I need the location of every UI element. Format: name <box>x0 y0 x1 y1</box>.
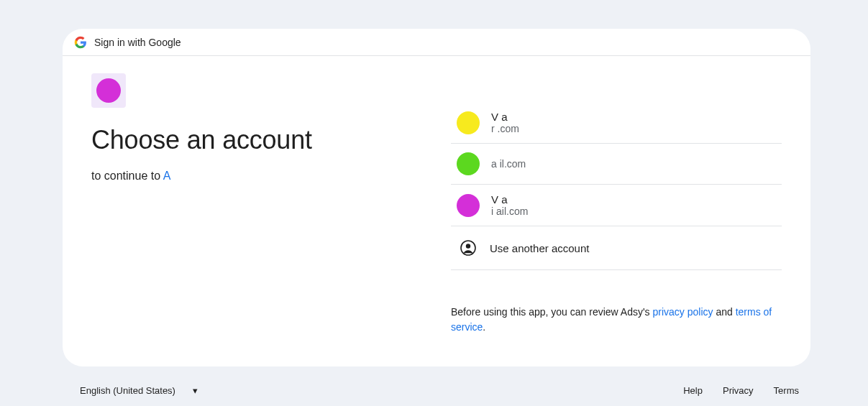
chevron-down-icon: ▾ <box>193 385 198 396</box>
privacy-link[interactable]: Privacy <box>723 385 754 396</box>
page-heading: Choose an account <box>91 125 422 155</box>
account-option-2[interactable]: V a i ail.com <box>451 185 782 226</box>
signin-card: Sign in with Google Choose an account to… <box>63 29 810 366</box>
google-logo-icon <box>74 36 87 49</box>
left-panel: Choose an account to continue to A <box>91 73 422 335</box>
app-logo <box>91 73 126 108</box>
footer-links: Help Privacy Terms <box>683 385 799 396</box>
account-list: V a r .com a il.com <box>451 102 782 270</box>
language-selector[interactable]: English (United States) ▾ <box>74 381 204 400</box>
account-name: V a <box>491 193 528 206</box>
account-email: i ail.com <box>491 206 528 217</box>
disclaimer-and: and <box>713 306 736 318</box>
right-panel: V a r .com a il.com <box>451 73 782 335</box>
account-info: a il.com <box>491 158 526 170</box>
account-info: V a r .com <box>491 111 519 134</box>
help-link[interactable]: Help <box>683 385 703 396</box>
header-title: Sign in with Google <box>94 37 181 48</box>
disclaimer-prefix: Before using this app, you can review Ad… <box>451 306 653 318</box>
disclaimer-suffix: . <box>483 321 485 333</box>
header-strip: Sign in with Google <box>63 29 810 56</box>
use-another-label: Use another account <box>490 242 589 254</box>
app-logo-icon <box>96 78 121 103</box>
language-label: English (United States) <box>80 385 175 396</box>
use-another-account[interactable]: Use another account <box>451 226 782 270</box>
account-option-1[interactable]: a il.com <box>451 144 782 185</box>
svg-point-1 <box>466 244 470 248</box>
account-email: a il.com <box>491 158 526 170</box>
footer: English (United States) ▾ Help Privacy T… <box>63 381 810 400</box>
account-info: V a i ail.com <box>491 193 528 217</box>
page-subtitle: to continue to A <box>91 170 422 183</box>
person-circle-icon <box>458 238 478 258</box>
avatar-icon <box>457 111 480 134</box>
account-option-0[interactable]: V a r .com <box>451 102 782 144</box>
continue-app-link[interactable]: A <box>163 170 171 182</box>
privacy-policy-link[interactable]: privacy policy <box>653 306 713 318</box>
terms-link[interactable]: Terms <box>774 385 799 396</box>
content: Choose an account to continue to A V a r… <box>63 56 810 335</box>
disclaimer: Before using this app, you can review Ad… <box>451 305 782 335</box>
avatar-icon <box>457 152 480 175</box>
continue-prefix: to continue to <box>91 170 163 182</box>
account-email: r .com <box>491 123 519 134</box>
account-name: V a <box>491 111 519 123</box>
avatar-icon <box>457 194 480 217</box>
